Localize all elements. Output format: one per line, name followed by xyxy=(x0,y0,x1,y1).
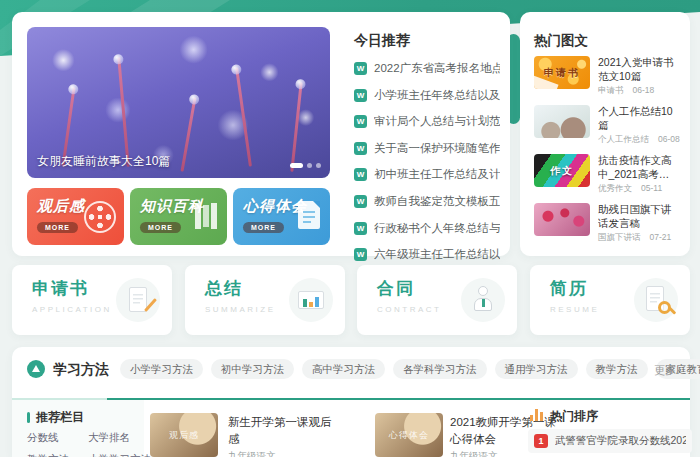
article-date: 05-11 xyxy=(641,183,662,195)
carousel-dot[interactable] xyxy=(307,163,312,168)
article-date: 06-18 xyxy=(633,85,655,97)
category-subtitle: SUMMARIZE xyxy=(205,305,276,314)
article-category[interactable]: 优秀作文 xyxy=(598,183,632,195)
tag-middle-school[interactable]: 初中学习方法 xyxy=(211,359,294,379)
today-item-title: 2022广东省高考报名地点一 xyxy=(374,61,500,76)
article-thumbnail[interactable]: 心得体会 xyxy=(375,413,443,457)
hot-articles-list: 申请书 2021入党申请书范文10篇 申请书 06-18 个人工作总结10篇 xyxy=(534,56,676,252)
article-category: 九年级语文 xyxy=(450,450,498,457)
tag-high-school[interactable]: 高中学习方法 xyxy=(302,359,385,379)
article-thumbnail xyxy=(534,105,590,138)
today-list-item[interactable]: W 2022广东省高考报名地点一 xyxy=(354,62,500,75)
category-title: 合同 xyxy=(377,277,415,300)
recommend-link[interactable]: 分数线 xyxy=(27,431,59,445)
hot-article-item[interactable]: 个人工作总结10篇 个人工作总结 06-08 xyxy=(534,105,676,154)
word-doc-icon: W xyxy=(354,222,367,235)
category-subtitle: RESUME xyxy=(550,305,599,314)
category-title: 简历 xyxy=(550,277,588,300)
hot-article-item[interactable]: 作文 抗击疫情作文高中_2021高考热点作... 优秀作文 05-11 xyxy=(534,154,676,203)
thumbnail-label: 心得体会 xyxy=(389,429,429,442)
today-list-item[interactable]: W 六年级班主任工作总结以 xyxy=(354,248,500,261)
article-category[interactable]: 个人工作总结 xyxy=(598,134,649,146)
thumbnail-label: 作文 xyxy=(550,164,574,178)
quick-card-encyclopedia[interactable]: 知识百科 MORE xyxy=(130,188,227,245)
tag-general[interactable]: 通用学习方法 xyxy=(495,359,578,379)
hot-articles-card: 热门图文 申请书 2021入党申请书范文10篇 申请书 06-18 xyxy=(520,12,690,256)
today-item-title: 行政秘书个人年终总结与 xyxy=(374,221,500,236)
article-thumbnail[interactable]: 观后感 xyxy=(150,413,218,457)
marker-bar xyxy=(27,412,30,423)
article-thumbnail xyxy=(534,203,590,236)
today-recommend-section: 今日推荐 W 2022广东省高考报名地点一 W 小学班主任年终总结以及 W 审计… xyxy=(348,12,500,256)
rank-list-item[interactable]: 1 武警警官学院录取分数线2021 xyxy=(528,429,692,453)
hot-article-item[interactable]: 申请书 2021入党申请书范文10篇 申请书 06-18 xyxy=(534,56,676,105)
article-title: 抗击疫情作文高中_2021高考热点作... xyxy=(598,154,676,181)
carousel-dot-active[interactable] xyxy=(290,163,303,168)
article-thumbnail: 作文 xyxy=(534,154,590,187)
section-title: 今日推荐 xyxy=(354,32,410,50)
word-doc-icon: W xyxy=(354,62,367,75)
category-card-resume[interactable]: 简历 RESUME xyxy=(530,265,690,335)
word-doc-icon: W xyxy=(354,168,367,181)
books-icon xyxy=(195,203,217,229)
carousel-dots xyxy=(290,163,321,168)
category-title: 总结 xyxy=(205,277,243,300)
today-item-title: 小学班主任年终总结以及 xyxy=(374,88,500,103)
article-title: 个人工作总结10篇 xyxy=(598,105,676,132)
page: 女朋友睡前故事大全10篇 观后感 MORE 知识百科 MORE 心得体会 MOR… xyxy=(0,0,700,457)
main-card: 女朋友睡前故事大全10篇 观后感 MORE 知识百科 MORE 心得体会 MOR… xyxy=(12,12,510,256)
hero-photo-decor xyxy=(181,97,197,171)
document-pencil-icon xyxy=(116,278,160,322)
today-list-item[interactable]: W 审计局个人总结与计划范 xyxy=(354,115,500,128)
carousel-dot[interactable] xyxy=(316,163,321,168)
resume-magnifier-icon xyxy=(634,278,678,322)
hero-photo-decor xyxy=(290,82,302,172)
today-item-title: 审计局个人总结与计划范 xyxy=(374,114,500,129)
recommend-link[interactable]: 教学方法 xyxy=(27,453,69,457)
category-subtitle: APPLICATION xyxy=(32,305,112,314)
tag-teaching[interactable]: 教学方法 xyxy=(586,359,648,379)
today-item-title: 初中班主任工作总结及计 xyxy=(374,167,500,182)
document-icon xyxy=(298,201,320,229)
hero-caption: 女朋友睡前故事大全10篇 xyxy=(37,153,170,170)
article-category[interactable]: 申请书 xyxy=(598,85,624,97)
today-list-item[interactable]: W 行政秘书个人年终总结与 xyxy=(354,222,500,235)
more-button[interactable]: MORE xyxy=(37,222,78,233)
word-doc-icon: W xyxy=(354,115,367,128)
rank-badge: 1 xyxy=(534,434,548,448)
tag-subjects[interactable]: 各学科学习方法 xyxy=(393,359,487,379)
more-link[interactable]: 更多 xyxy=(654,363,676,378)
article-title: 2021入党申请书范文10篇 xyxy=(598,56,676,83)
article-category[interactable]: 国旗下讲话 xyxy=(598,232,641,244)
today-list-item[interactable]: W 教师自我鉴定范文模板五 xyxy=(354,195,500,208)
hot-rank-title: 热门排序 xyxy=(550,408,598,425)
recommend-title: 推荐栏目 xyxy=(36,409,84,426)
businessman-icon xyxy=(461,278,505,322)
recommend-columns-header: 推荐栏目 xyxy=(27,409,84,426)
recommend-link[interactable]: 小学学习方法 xyxy=(88,453,151,457)
today-item-title: 教师自我鉴定范文模板五 xyxy=(374,194,500,209)
hero-carousel-slide[interactable]: 女朋友睡前故事大全10篇 xyxy=(27,27,330,178)
quick-card-experience[interactable]: 心得体会 MORE xyxy=(233,188,330,245)
chart-board-icon xyxy=(289,278,333,322)
more-button[interactable]: MORE xyxy=(243,222,284,233)
category-card-application[interactable]: 申请书 APPLICATION xyxy=(12,265,172,335)
quick-card-title: 观后感 xyxy=(37,197,85,216)
article-title[interactable]: 新生开学第一课观后感 xyxy=(228,414,340,447)
article-category: 九年级语文 xyxy=(228,450,276,457)
more-button[interactable]: MORE xyxy=(140,222,181,233)
tag-primary-school[interactable]: 小学学习方法 xyxy=(120,359,203,379)
recommend-link[interactable]: 大学排名 xyxy=(88,431,130,445)
film-reel-icon xyxy=(84,201,116,233)
thumbnail-label: 观后感 xyxy=(169,429,199,442)
today-list-item[interactable]: W 初中班主任工作总结及计 xyxy=(354,168,500,181)
today-list-item[interactable]: W 小学班主任年终总结以及 xyxy=(354,89,500,102)
today-list-item[interactable]: W 关于高一保护环境随笔作 xyxy=(354,142,500,155)
article-date: 07-21 xyxy=(650,232,672,244)
hero-photo-decor xyxy=(117,57,130,167)
category-card-contract[interactable]: 合同 CONTRACT xyxy=(357,265,517,335)
hot-article-item[interactable]: 助残日国旗下讲话发言稿 国旗下讲话 07-21 xyxy=(534,203,676,252)
quick-card-review[interactable]: 观后感 MORE xyxy=(27,188,124,245)
category-card-summary[interactable]: 总结 SUMMARIZE xyxy=(185,265,345,335)
category-subtitle: CONTRACT xyxy=(377,305,441,314)
